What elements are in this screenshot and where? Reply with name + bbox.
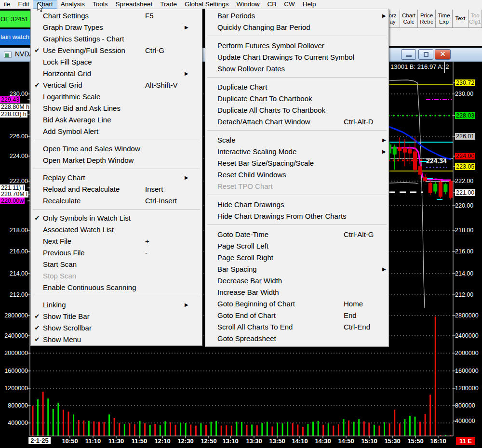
menu-item-graph-draw-types[interactable]: Graph Draw Types▶ <box>31 22 202 33</box>
menu-item-detach-attach-chart-window[interactable]: Detach/Attach Chart WindowCtrl-Alt-D <box>205 116 388 128</box>
menubar-item-analysis[interactable]: Analysis <box>57 0 89 8</box>
tool-button-price-retrc[interactable]: PriceRetrc <box>418 10 436 27</box>
menu-item-horizontal-grid[interactable]: Horizontal Grid▶ <box>31 68 202 79</box>
menu-item-show-scrollbar[interactable]: ✔Show Scrollbar <box>31 322 202 334</box>
menu-item-start-scan[interactable]: Start Scan <box>31 259 202 270</box>
menubar-item-ile[interactable]: ile <box>0 0 14 8</box>
right-scale-label: 2800000 <box>455 312 479 319</box>
menu-item-graphics-settings-chart[interactable]: Graphics Settings - Chart <box>31 33 202 45</box>
menu-item-label: Show Bid and Ask Lines <box>43 104 120 112</box>
menu-item-goto-spreadsheet[interactable]: Goto Spreadsheet <box>205 333 388 344</box>
tool-button-time-exp[interactable]: TimeExp <box>436 10 453 27</box>
menu-item-reset-bar-size-spacing-scale[interactable]: Reset Bar Size/Spacing/Scale <box>205 158 388 169</box>
menu-item-goto-date-time[interactable]: Goto Date-TimeCtrl-Alt-G <box>205 229 388 240</box>
menu-item-decrease-bar-width[interactable]: Decrease Bar Width <box>205 275 388 287</box>
menubar-item-window[interactable]: Window <box>232 0 263 8</box>
right-scale-label: 230.72 <box>455 79 475 86</box>
menu-item-hide-chart-drawings-from-other-charts[interactable]: Hide Chart Drawings From Other Charts <box>205 211 388 222</box>
menu-item-quickly-changing-bar-period[interactable]: Quickly Changing Bar Period <box>205 22 388 33</box>
menu-item-bid-ask-average-line[interactable]: Bid Ask Average Line <box>31 114 202 126</box>
menubar-item-help[interactable]: Help <box>299 0 320 8</box>
menu-item-bar-spacing[interactable]: Bar Spacing▶ <box>205 264 388 275</box>
menu-item-interactive-scaling-mode[interactable]: Interactive Scaling Mode▶ <box>205 146 388 158</box>
menu-item-label: Duplicate Chart <box>217 83 267 91</box>
tool-button-chart-calc[interactable]: ChartCalc <box>400 10 418 27</box>
menubar-item-trade[interactable]: Trade <box>156 0 181 8</box>
left-scale-label: 2800000 <box>4 312 28 319</box>
menu-item-label: Show Rollover Dates <box>217 65 285 73</box>
menu-item-logarithmic-scale[interactable]: Logarithmic Scale <box>31 91 202 103</box>
menu-item-label: Bid Ask Average Line <box>43 116 111 124</box>
menu-item-vertical-grid[interactable]: ✔Vertical GridAlt-Shift-V <box>31 79 202 91</box>
menu-item-use-evening-full-session[interactable]: ✔Use Evening/Full SessionCtrl-G <box>31 45 202 56</box>
menu-item-reload-and-recalculate[interactable]: Reload and RecalculateInsert <box>31 184 202 195</box>
menu-item-replay-chart[interactable]: Replay Chart▶ <box>31 172 202 184</box>
menu-item-scale[interactable]: Scale▶ <box>205 134 388 146</box>
session-badge: 11 E <box>456 437 475 445</box>
menu-item-show-rollover-dates[interactable]: Show Rollover Dates <box>205 63 388 75</box>
menu-item-label: Show Menu <box>43 335 81 343</box>
menu-item-shortcut: + <box>145 236 149 247</box>
menu-item-recalculate[interactable]: RecalculateCtrl-Insert <box>31 195 202 207</box>
left-scale-label: 214.00 <box>10 270 28 277</box>
menu-item-show-menu[interactable]: ✔Show Menu <box>31 334 202 345</box>
menu-item-show-bid-and-ask-lines[interactable]: Show Bid and Ask Lines <box>31 103 202 114</box>
menu-item-goto-beginning-of-chart[interactable]: Goto Beginning of ChartHome <box>205 298 388 310</box>
left-scale-label: 221.11) l <box>0 184 25 191</box>
menu-item-lock-fill-space[interactable]: Lock Fill Space <box>31 56 202 68</box>
menu-item-linking[interactable]: Linking▶ <box>31 299 202 311</box>
menu-item-page-scroll-left[interactable]: Page Scroll Left <box>205 240 388 252</box>
menu-item-stop-scan: Stop Scan <box>31 270 202 282</box>
menu-item-shortcut: Ctrl-Alt-G <box>344 229 374 240</box>
drawing-toolbar-row: orzayChartCalcPriceRetrcTimeExpTextTooCf… <box>386 10 482 28</box>
menu-item-duplicate-all-charts-to-chartbook[interactable]: Duplicate All Charts To Chartbook <box>205 105 388 116</box>
menu-item-label: Recalculate <box>43 197 80 205</box>
menubar-item-tools[interactable]: Tools <box>89 0 112 8</box>
menu-item-chart-settings[interactable]: Chart SettingsF5 <box>31 10 202 22</box>
menu-item-previous-file[interactable]: Previous File- <box>31 247 202 259</box>
menu-item-label: Enable Continuous Scanning <box>43 283 136 291</box>
menu-item-label: Graph Draw Types <box>43 23 103 31</box>
right-scale-label: 230.00 <box>455 91 473 97</box>
submenu-arrow-icon: ▶ <box>382 10 386 22</box>
right-scale-label: 2000000 <box>455 350 479 356</box>
chart-menu-column-1: Chart SettingsF5Graph Draw Types▶Graphic… <box>30 9 202 346</box>
menu-item-label: Hide Chart Drawings <box>217 200 284 209</box>
menu-item-perform-futures-symbol-rollover[interactable]: Perform Futures Symbol Rollover <box>205 40 388 52</box>
menubar-item-cw[interactable]: CW <box>280 0 299 8</box>
right-scale-label: 1600000 <box>455 368 479 374</box>
menu-item-label: Page Scroll Left <box>217 242 268 250</box>
menu-item-shortcut: Ctrl-Alt-D <box>344 116 374 128</box>
menu-item-label: Stop Scan <box>43 272 76 280</box>
tool-button-text[interactable]: Text <box>453 10 469 27</box>
menu-item-associated-watch-list[interactable]: Associated Watch List <box>31 224 202 236</box>
menu-item-duplicate-chart-to-chartbook[interactable]: Duplicate Chart To Chartbook <box>205 93 388 105</box>
menu-item-update-chart-drawings-to-current-symbol[interactable]: Update Chart Drawings To Current Symbol <box>205 52 388 63</box>
tool-button-too-cfg1: TooCfg1 <box>469 10 482 27</box>
menubar-item-global-settings[interactable]: Global Settings <box>181 0 233 8</box>
menu-item-increase-bar-width[interactable]: Increase Bar Width <box>205 287 388 298</box>
menu-item-open-market-depth-window[interactable]: Open Market Depth Window <box>31 155 202 166</box>
menu-item-label: Duplicate Chart To Chartbook <box>217 94 312 103</box>
menu-item-scroll-all-charts-to-end[interactable]: Scroll All Charts To EndCtrl-End <box>205 321 388 333</box>
menu-item-reset-child-windows[interactable]: Reset Child Windows <box>205 169 388 181</box>
menu-item-next-file[interactable]: Next File+ <box>31 236 202 247</box>
time-scale-label: 11:30 <box>108 437 124 445</box>
menu-item-page-scroll-right[interactable]: Page Scroll Right <box>205 252 388 264</box>
menu-item-open-time-and-sales-window[interactable]: Open Time and Sales Window <box>31 143 202 155</box>
menubar-item-spreadsheet[interactable]: Spreadsheet <box>112 0 157 8</box>
menubar: ileEditChartAnalysisToolsSpreadsheetTrad… <box>0 0 482 9</box>
menu-item-hide-chart-drawings[interactable]: Hide Chart Drawings <box>205 199 388 211</box>
menu-item-only-symbols-in-watch-list[interactable]: ✔Only Symbols in Watch List <box>31 212 202 224</box>
menu-separator <box>205 222 388 229</box>
menu-item-show-title-bar[interactable]: ✔Show Title Bar <box>31 311 202 322</box>
menubar-item-cb[interactable]: CB <box>264 0 281 8</box>
menu-item-goto-end-of-chart[interactable]: Goto End of ChartEnd <box>205 310 388 321</box>
menu-item-add-symbol-alert[interactable]: Add Symbol Alert <box>31 126 202 137</box>
left-scale-label: 228.80M h <box>0 104 30 110</box>
menubar-item-edit[interactable]: Edit <box>14 0 33 8</box>
menu-item-enable-continuous-scanning[interactable]: Enable Continuous Scanning <box>31 282 202 293</box>
menu-item-duplicate-chart[interactable]: Duplicate Chart <box>205 81 388 93</box>
menu-item-bar-periods[interactable]: Bar Periods▶ <box>205 10 388 22</box>
menu-item-label: Next File <box>43 237 71 245</box>
